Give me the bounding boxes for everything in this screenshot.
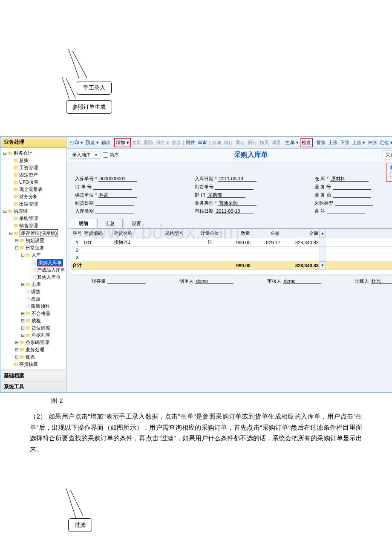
sidebar-header: 业务处理: [0, 137, 66, 148]
tree-item[interactable]: 工资管理: [1, 164, 65, 171]
field-label: 入库日期 *: [195, 176, 216, 182]
tree-item[interactable]: 账表: [1, 353, 65, 361]
table-row[interactable]: 3: [71, 254, 392, 261]
tree-item[interactable]: 财务分析: [1, 193, 65, 200]
field-input[interactable]: [327, 208, 365, 214]
toolbar-item[interactable]: 打印 ▾: [69, 139, 84, 147]
toolbar-item[interactable]: 预览 ▾: [84, 139, 100, 147]
tab-settings[interactable]: 设置: [124, 219, 149, 228]
tree-item[interactable]: 单据列表: [1, 332, 65, 339]
toolbar-item[interactable]: 首张: [315, 139, 327, 147]
field-input[interactable]: [333, 192, 371, 198]
tree-item[interactable]: 存货核算: [1, 361, 65, 368]
toolbar-item[interactable]: 检查: [300, 138, 313, 147]
maker-input[interactable]: [195, 278, 233, 284]
field-label: 到货单号: [195, 184, 213, 190]
form-footer: 现存量 制单人 审核人 记账人: [66, 275, 392, 287]
field-cell: 入库类别: [75, 208, 186, 214]
tree-item[interactable]: 现金流量表: [1, 186, 65, 193]
field-input[interactable]: [93, 184, 132, 190]
field-input[interactable]: [207, 192, 245, 198]
tree-item[interactable]: 盘点: [1, 295, 65, 303]
tree-item[interactable]: 入库: [1, 251, 65, 259]
field-input[interactable]: [218, 176, 257, 182]
annotation-area-2: 参照订单生成: [0, 98, 392, 132]
tree-item[interactable]: 其他入库单: [1, 274, 65, 281]
table-row[interactable]: 1001接触器1只999.00829.17828,340.83: [71, 238, 392, 247]
tree-item[interactable]: 业务处理: [1, 346, 65, 353]
field-label: 到货日期: [75, 200, 94, 206]
field-input[interactable]: [330, 176, 369, 182]
template-button[interactable]: 采购入库单打印模版: [383, 150, 392, 159]
callout-line: [70, 490, 84, 517]
toolbar-item: 保存 ▾: [155, 139, 170, 147]
field-label: 入库单号 *: [75, 176, 97, 182]
toolbar-item[interactable]: 输出: [100, 139, 112, 147]
tree-item[interactable]: 采购入库单: [1, 259, 65, 266]
sidebar-footer-tools[interactable]: 系统工具: [0, 381, 66, 392]
toolbar-item[interactable]: 增加 ▾: [114, 138, 131, 147]
toolbar-item[interactable]: 末张: [366, 139, 378, 147]
field-input[interactable]: [95, 200, 134, 206]
tree-item[interactable]: 销售管理: [1, 222, 65, 229]
field-cell: 仓 库 *: [314, 176, 392, 182]
tree-item[interactable]: 供应链: [1, 208, 65, 215]
tree-item[interactable]: 固定资产: [1, 171, 65, 179]
field-input[interactable]: [98, 192, 137, 198]
footer-auditor: 审核人: [267, 278, 321, 284]
tree-item[interactable]: 质检: [1, 317, 65, 324]
tree-item[interactable]: 产成品入库单: [1, 266, 65, 274]
field-input[interactable]: [335, 200, 373, 206]
tree-item[interactable]: 出库: [1, 281, 65, 288]
tree-item[interactable]: 采购管理: [1, 215, 65, 222]
simple-checkbox[interactable]: 简序: [103, 152, 119, 158]
toolbar-item[interactable]: 附件: [184, 139, 196, 147]
field-input[interactable]: [215, 208, 254, 214]
toolbar-item[interactable]: 上张: [327, 139, 339, 147]
scroll-down-icon[interactable]: ▼: [320, 261, 326, 269]
table-row[interactable]: 2: [71, 247, 392, 254]
tree-item[interactable]: 条形码管理: [1, 339, 65, 346]
tree-item[interactable]: 初始设置: [1, 237, 65, 244]
field-cell: 部 门: [195, 192, 306, 198]
tree-item[interactable]: 日常业务: [1, 244, 65, 251]
toolbar-item: 删行: [234, 139, 246, 147]
field-input[interactable]: [333, 184, 371, 190]
field-cell: 业务类型 *: [195, 200, 306, 206]
field-label: 业务类型 *: [195, 200, 216, 206]
field-label: 部 门: [195, 192, 205, 198]
toolbar-item[interactable]: 下张: [339, 139, 351, 147]
tab-detail[interactable]: 明细: [71, 219, 96, 228]
field-input[interactable]: [98, 176, 137, 182]
field-input[interactable]: [218, 200, 257, 206]
tree-item[interactable]: 调拨: [1, 288, 65, 295]
tree-item[interactable]: UFO报表: [1, 179, 65, 186]
simple-checkbox-input[interactable]: [103, 152, 108, 158]
tab-summary[interactable]: 汇总: [97, 219, 123, 228]
toolbar-item[interactable]: 审审: [196, 139, 208, 147]
blue-radio[interactable]: 蓝字: [390, 165, 392, 172]
toolbar-item[interactable]: 生单 ▾: [284, 139, 300, 147]
scroll-up-icon[interactable]: ▲: [320, 229, 326, 238]
order-combo[interactable]: 录入顺序 ▼: [70, 151, 100, 159]
field-input[interactable]: [215, 184, 254, 190]
tree-item[interactable]: 出纳管理: [1, 200, 65, 208]
tree-item[interactable]: 货位调整: [1, 324, 65, 332]
sidebar: 业务处理 财务会计总账工资管理固定资产UFO报表现金流量表财务分析出纳管理供应链…: [0, 137, 66, 392]
field-cell: 供货单位 *: [75, 192, 186, 198]
field-cell: 业 务 员: [314, 192, 392, 198]
tree-item[interactable]: 总账: [1, 157, 65, 164]
field-input[interactable]: [95, 208, 134, 214]
tree-item[interactable]: 库存管理(演示版): [1, 229, 65, 237]
tree-item[interactable]: 财务会计: [1, 150, 65, 157]
acct-input[interactable]: [371, 278, 392, 284]
tree-item[interactable]: 限额领料: [1, 303, 65, 310]
auditor-input[interactable]: [283, 278, 321, 284]
toolbar-item: 查询: [210, 139, 222, 147]
stock-input[interactable]: [107, 278, 146, 284]
toolbar-item[interactable]: 上查 ▾: [351, 139, 366, 147]
figure-caption: 图 2: [51, 397, 392, 405]
sidebar-footer-basic[interactable]: 基础档案: [0, 370, 66, 381]
tree-item[interactable]: 不合格品: [1, 310, 65, 317]
toolbar-item[interactable]: 定位 ▾: [378, 139, 392, 147]
